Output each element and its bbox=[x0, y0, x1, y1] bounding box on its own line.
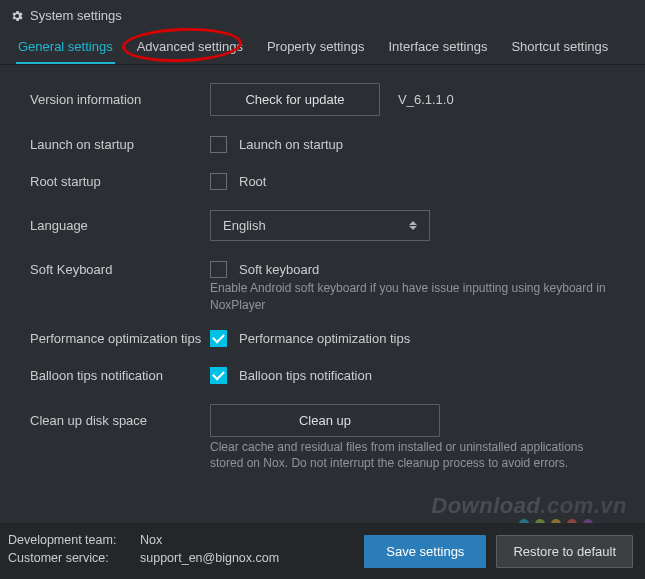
soft-keyboard-help: Enable Android soft keyboard if you have… bbox=[210, 280, 623, 314]
dev-team-label: Development team: bbox=[8, 533, 126, 547]
checkbox-soft-keyboard[interactable] bbox=[210, 261, 227, 278]
check-update-button[interactable]: Check for update bbox=[210, 83, 380, 116]
checkbox-perf-tips-label: Performance optimization tips bbox=[239, 331, 410, 346]
tab-interface[interactable]: Interface settings bbox=[376, 29, 499, 64]
checkbox-launch-startup[interactable] bbox=[210, 136, 227, 153]
footer-info: Development team: Nox Customer service: … bbox=[8, 533, 279, 569]
dev-team-value: Nox bbox=[140, 533, 162, 547]
customer-service-value: support_en@bignox.com bbox=[140, 551, 279, 565]
checkbox-soft-keyboard-label: Soft keyboard bbox=[239, 262, 319, 277]
checkbox-balloon-tips-label: Balloon tips notification bbox=[239, 368, 372, 383]
tabs: General settings Advanced settings Prope… bbox=[0, 29, 645, 65]
label-balloon-tips: Balloon tips notification bbox=[30, 368, 210, 383]
version-text: V_6.1.1.0 bbox=[398, 92, 454, 107]
row-perf-tips: Performance optimization tips Performanc… bbox=[30, 330, 623, 347]
watermark-ext: .com.vn bbox=[540, 493, 627, 518]
row-soft-keyboard: Soft Keyboard Soft keyboard bbox=[30, 261, 623, 278]
tab-shortcut[interactable]: Shortcut settings bbox=[499, 29, 620, 64]
customer-service-label: Customer service: bbox=[8, 551, 126, 565]
row-language: Language English bbox=[30, 210, 623, 241]
tab-advanced[interactable]: Advanced settings bbox=[125, 29, 255, 64]
footer: Development team: Nox Customer service: … bbox=[0, 523, 645, 579]
checkbox-root[interactable] bbox=[210, 173, 227, 190]
label-version: Version information bbox=[30, 92, 210, 107]
gear-icon bbox=[10, 9, 24, 23]
tab-general[interactable]: General settings bbox=[6, 29, 125, 64]
row-root: Root startup Root bbox=[30, 173, 623, 190]
chevron-updown-icon bbox=[409, 221, 417, 230]
label-launch-startup: Launch on startup bbox=[30, 137, 210, 152]
row-launch-startup: Launch on startup Launch on startup bbox=[30, 136, 623, 153]
label-language: Language bbox=[30, 218, 210, 233]
tab-property[interactable]: Property settings bbox=[255, 29, 377, 64]
restore-default-button[interactable]: Restore to default bbox=[496, 535, 633, 568]
watermark: Download.com.vn bbox=[431, 493, 627, 519]
footer-buttons: Save settings Restore to default bbox=[364, 535, 633, 568]
checkbox-perf-tips[interactable] bbox=[210, 330, 227, 347]
label-perf-tips: Performance optimization tips bbox=[30, 331, 210, 346]
row-version: Version information Check for update V_6… bbox=[30, 83, 623, 116]
label-root: Root startup bbox=[30, 174, 210, 189]
titlebar: System settings bbox=[0, 0, 645, 29]
label-cleanup: Clean up disk space bbox=[30, 413, 210, 428]
language-select[interactable]: English bbox=[210, 210, 430, 241]
row-balloon-tips: Balloon tips notification Balloon tips n… bbox=[30, 367, 623, 384]
window-title: System settings bbox=[30, 8, 122, 23]
checkbox-launch-startup-label: Launch on startup bbox=[239, 137, 343, 152]
checkbox-balloon-tips[interactable] bbox=[210, 367, 227, 384]
content: Version information Check for update V_6… bbox=[0, 65, 645, 496]
checkbox-root-label: Root bbox=[239, 174, 266, 189]
cleanup-button[interactable]: Clean up bbox=[210, 404, 440, 437]
language-value: English bbox=[223, 218, 266, 233]
row-cleanup: Clean up disk space Clean up bbox=[30, 404, 623, 437]
save-button[interactable]: Save settings bbox=[364, 535, 486, 568]
cleanup-help: Clear cache and residual files from inst… bbox=[210, 439, 623, 473]
watermark-text: Download bbox=[431, 493, 540, 518]
label-soft-keyboard: Soft Keyboard bbox=[30, 262, 210, 277]
